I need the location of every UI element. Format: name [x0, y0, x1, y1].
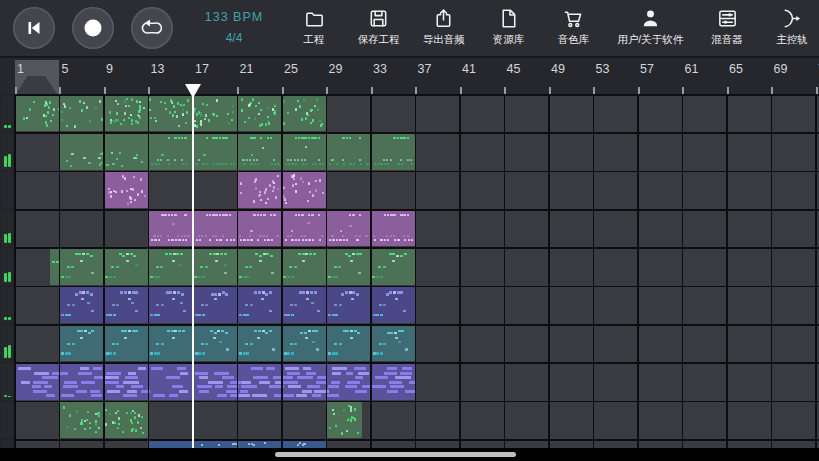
folder-icon	[303, 7, 326, 30]
toolbar-button-user-about[interactable]: 用户/关于软件	[617, 7, 683, 55]
note-mark	[285, 367, 300, 370]
note-mark	[376, 352, 379, 354]
note-mark	[232, 111, 234, 114]
note-mark	[253, 159, 255, 161]
note-mark	[45, 101, 47, 104]
note-mark	[198, 352, 201, 354]
note-mark	[182, 239, 184, 241]
playhead-handle[interactable]	[185, 84, 201, 98]
note-mark	[132, 330, 135, 332]
note-mark	[23, 117, 25, 120]
note-mark	[166, 376, 181, 379]
note-mark	[131, 119, 133, 122]
note-mark	[226, 163, 228, 165]
toolbar-button-project[interactable]: 工程	[293, 7, 335, 55]
track-header[interactable]	[1, 402, 13, 438]
skip-start-button[interactable]	[13, 7, 55, 49]
note-mark	[80, 422, 82, 425]
track-header[interactable]	[1, 364, 13, 400]
note-mark	[255, 187, 257, 190]
note-mark	[172, 223, 175, 225]
note-mark	[53, 108, 55, 111]
tempo-display[interactable]: 133 BPM 4/4	[195, 10, 273, 45]
note-mark	[64, 105, 66, 108]
loop-button[interactable]	[131, 7, 173, 49]
note-mark	[257, 214, 260, 216]
note-mark	[135, 429, 137, 432]
toolbar-button-resource-library[interactable]: 资源库	[488, 7, 530, 55]
note-mark	[249, 266, 252, 268]
note-mark	[331, 235, 333, 237]
clip-track8[interactable]	[15, 364, 416, 400]
note-mark	[378, 266, 381, 268]
note-mark	[317, 310, 320, 312]
note-mark	[76, 390, 88, 393]
note-mark	[250, 239, 252, 241]
note-mark	[277, 175, 279, 177]
note-mark	[161, 214, 164, 216]
toolbar-button-export-audio[interactable]: 导出音频	[423, 7, 465, 55]
note-mark	[262, 291, 265, 293]
playhead-line[interactable]	[192, 84, 194, 448]
timeline-ruler[interactable]: 15913172125293337414549535761656973	[0, 58, 819, 94]
note-mark	[135, 310, 138, 312]
note-mark	[197, 385, 211, 388]
note-mark	[248, 117, 250, 119]
note-mark	[173, 105, 175, 108]
note-mark	[350, 337, 353, 339]
note-mark	[80, 330, 83, 332]
note-mark	[137, 193, 139, 196]
note-mark	[222, 376, 234, 379]
note-mark	[297, 376, 312, 379]
clip-track1[interactable]	[15, 96, 327, 132]
toolbar-button-master-track[interactable]: 主控轨	[771, 7, 813, 55]
track-header[interactable]	[1, 249, 13, 285]
sequencer-grid[interactable]	[0, 94, 819, 448]
note-mark	[105, 409, 107, 411]
note-mark	[126, 260, 129, 262]
note-mark	[260, 109, 262, 111]
note-mark	[99, 164, 102, 166]
note-mark	[272, 348, 275, 350]
note-mark	[349, 225, 352, 227]
note-mark	[93, 367, 102, 370]
note-mark	[408, 239, 410, 241]
note-mark	[183, 310, 186, 312]
note-mark	[133, 176, 135, 178]
track-header[interactable]	[1, 287, 13, 323]
track-header[interactable]	[1, 326, 13, 362]
toolbar-button-save-project[interactable]: 保存工程	[358, 7, 400, 55]
track-header[interactable]	[1, 441, 13, 448]
note-mark	[153, 235, 155, 237]
note-mark	[327, 394, 338, 397]
note-mark	[209, 239, 211, 241]
toolbar-button-sound-store[interactable]: 音色库	[552, 7, 594, 55]
clip-track3[interactable]	[104, 172, 149, 208]
note-mark	[347, 381, 360, 384]
track-header[interactable]	[1, 172, 13, 208]
clip-track5[interactable]	[50, 249, 415, 285]
note-mark	[117, 103, 119, 105]
note-mark	[61, 276, 64, 278]
record-button[interactable]	[72, 7, 114, 49]
note-mark	[269, 291, 272, 293]
note-mark	[75, 293, 78, 295]
note-mark	[222, 137, 225, 139]
note-mark	[266, 253, 269, 255]
note-mark	[346, 330, 349, 332]
toolbar-button-mixer[interactable]: 混音器	[706, 7, 748, 55]
note-mark	[295, 108, 297, 111]
track-header[interactable]	[1, 96, 13, 132]
note-mark	[141, 190, 143, 193]
note-mark	[79, 291, 82, 293]
note-mark	[118, 423, 120, 425]
track-header[interactable]	[1, 211, 13, 247]
note-mark	[302, 390, 312, 393]
note-mark	[209, 214, 212, 216]
note-mark	[273, 182, 275, 184]
track-header[interactable]	[1, 134, 13, 170]
note-mark	[213, 253, 216, 255]
clip-track9[interactable]	[326, 402, 362, 438]
horizontal-scrollbar[interactable]	[275, 452, 516, 457]
note-mark	[249, 235, 251, 237]
